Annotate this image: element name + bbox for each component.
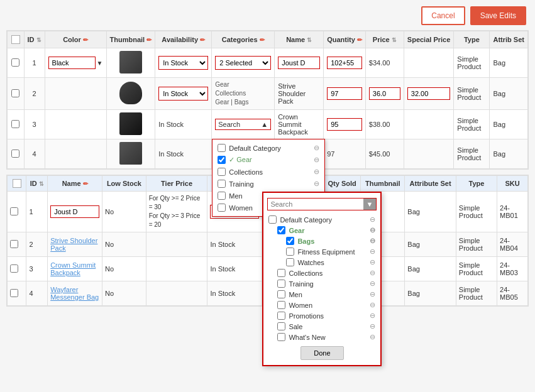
s-cat-men[interactable]: Men ⊖ <box>263 289 380 300</box>
s-name-edit-icon[interactable]: ✏ <box>83 180 88 187</box>
s-r2-name-link[interactable]: Strive Shoulder Pack <box>50 237 97 252</box>
s-r2-checkbox[interactable] <box>10 240 18 248</box>
s-cat-women[interactable]: Women ⊖ <box>263 300 380 310</box>
s-r4-name-link[interactable]: Wayfarer Messenger Bag <box>50 286 99 301</box>
row3-cat-training[interactable]: Training ⊖ <box>212 178 324 190</box>
row3-cat-default-collapse[interactable]: ⊖ <box>314 144 319 152</box>
row1-categories[interactable]: 2 Selected <box>212 48 275 78</box>
categories-edit-icon[interactable]: ✏ <box>260 36 265 43</box>
s-cat-sale[interactable]: Sale ⊖ <box>263 321 380 332</box>
s-cat-default-collapse[interactable]: ⊖ <box>370 215 375 224</box>
s-r2-tier-price <box>146 232 207 257</box>
s-categories-dropdown: ▼ Default Category ⊖ Gear ⊖ <box>262 192 382 366</box>
row1-checkbox[interactable] <box>11 58 19 67</box>
name-sort-icon[interactable]: ⇅ <box>307 37 312 43</box>
price-sort-icon[interactable]: ⇅ <box>392 37 397 43</box>
row4-checkbox[interactable] <box>11 150 19 158</box>
row2-type: Simple Product <box>454 78 490 110</box>
row4-checkbox-cell <box>8 139 25 169</box>
s-r1-checkbox[interactable] <box>10 207 18 215</box>
second-panel: ID ⇅ Name ✏ Low Stock Tier Price Availab <box>6 175 529 307</box>
row2-availability[interactable]: In Stock Out of Stock <box>155 78 212 110</box>
s-cat-bags-collapse[interactable]: ⊖ <box>370 237 375 245</box>
s-cat-bags[interactable]: Bags ⊖ <box>263 236 380 246</box>
row2-special-price <box>404 78 454 110</box>
s-r4-tier-price <box>146 281 207 306</box>
row2-cats-list: GearCollectionsGear | Bags <box>215 80 271 107</box>
s-cat-gear-collapse[interactable]: ⊖ <box>370 226 375 234</box>
s-header-checkbox[interactable] <box>13 179 21 188</box>
s-cat-promotions[interactable]: Promotions ⊖ <box>263 310 380 321</box>
row1-availability-select[interactable]: In Stock Out of Stock <box>158 56 208 70</box>
row1-name-input[interactable] <box>278 57 320 69</box>
thumbnail-edit-icon[interactable]: ✏ <box>146 36 152 43</box>
row3-categories-select-trigger[interactable]: Search ▲ <box>215 119 271 130</box>
s-cat-whats-new[interactable]: What's New ⊖ <box>263 332 380 342</box>
table-row: 1 No For Qty >= 2 Price = 30For Qty >= 3… <box>8 192 528 232</box>
row1-color-input[interactable] <box>48 57 96 69</box>
row3-cat-gear[interactable]: ✓ Gear ⊖ <box>212 154 324 166</box>
s-cat-done-button[interactable]: Done <box>301 346 343 360</box>
col-header-attrib: Attrib Set <box>490 31 528 48</box>
s-cat-collections[interactable]: Collections ⊖ <box>263 268 380 278</box>
s-cat-default[interactable]: Default Category ⊖ <box>263 214 380 225</box>
s-col-type: Type <box>456 176 497 192</box>
row1-availability[interactable]: In Stock Out of Stock <box>155 48 212 78</box>
s-r4-checkbox[interactable] <box>10 289 18 297</box>
row4-attrib: Bag <box>490 139 528 169</box>
s-r3-name-link[interactable]: Crown Summit Backpack <box>50 261 96 276</box>
s-r2-check <box>8 232 26 257</box>
row2-categories: GearCollectionsGear | Bags <box>212 78 275 110</box>
row2-quantity-input[interactable] <box>327 87 362 100</box>
color-edit-icon[interactable]: ✏ <box>83 36 88 43</box>
row3-quantity-input[interactable] <box>327 118 362 131</box>
s-r3-checkbox[interactable] <box>10 264 18 273</box>
s-cat-search-input[interactable] <box>268 199 363 210</box>
row3-cat-gear-collapse[interactable]: ⊖ <box>314 156 319 164</box>
s-r1-categories[interactable]: Search ▲ ▼ Default Category <box>262 192 324 232</box>
col-header-checkbox <box>8 31 25 48</box>
row3-name: Crown Summit Backpack <box>275 110 324 139</box>
header-checkbox-icon[interactable] <box>11 35 20 44</box>
row1-quantity-input[interactable] <box>327 57 362 69</box>
col-header-price: Price ⇅ <box>365 31 404 48</box>
s-cat-search-button[interactable]: ▼ <box>363 199 377 210</box>
row1-thumbnail <box>106 48 155 78</box>
s-cat-fitness[interactable]: Fitness Equipment ⊖ <box>263 246 380 257</box>
availability-edit-icon[interactable]: ✏ <box>200 36 205 43</box>
row3-categories[interactable]: Search ▲ Default Category ⊖ ✓ Gear ⊖ <box>212 110 275 139</box>
id-sort-icon[interactable]: ⇅ <box>36 37 41 43</box>
col-header-type: Type <box>454 31 490 48</box>
s-id-sort[interactable]: ⇅ <box>39 181 44 187</box>
s-r3-sku: 24-MB03 <box>497 257 528 281</box>
s-r1-name-input[interactable] <box>50 205 99 218</box>
s-cat-gear[interactable]: Gear ⊖ <box>263 225 380 236</box>
row4-price: $45.00 <box>365 139 404 169</box>
s-r3-tier-price <box>146 257 207 281</box>
row2-special-price-input[interactable] <box>407 87 451 100</box>
row3-cat-default[interactable]: Default Category ⊖ <box>212 142 324 154</box>
row1-color-dropdown-arrow[interactable]: ▼ <box>97 60 103 67</box>
s-r4-sku: 24-MB05 <box>497 281 528 306</box>
s-r1-low-stock: No <box>102 192 146 232</box>
row2-availability-select[interactable]: In Stock Out of Stock <box>158 87 208 101</box>
save-edits-button[interactable]: Save Edits <box>470 6 526 25</box>
row3-checkbox[interactable] <box>11 120 19 128</box>
s-cat-training[interactable]: Training ⊖ <box>263 278 380 289</box>
row1-id: 1 <box>24 48 45 78</box>
s-cat-watches[interactable]: Watches ⊖ <box>263 257 380 268</box>
row1-name <box>275 48 324 78</box>
row2-price-input[interactable] <box>369 87 400 100</box>
row2-checkbox[interactable] <box>11 89 19 97</box>
s-cat-search-row: ▼ <box>267 198 377 210</box>
row3-cat-collections[interactable]: Collections ⊖ <box>212 166 324 178</box>
cancel-button[interactable]: Cancel <box>421 6 465 25</box>
row1-color[interactable]: ▼ <box>45 48 106 78</box>
row1-categories-select[interactable]: 2 Selected <box>215 56 271 70</box>
quantity-edit-icon[interactable]: ✏ <box>357 36 362 43</box>
s-r1-id: 1 <box>26 192 48 232</box>
main-container: Cancel Save Edits ID ⇅ Color ✏ <box>0 0 535 392</box>
s-col-checkbox <box>8 176 26 192</box>
row3-cat-arrow[interactable]: ▲ <box>261 121 268 128</box>
row2-id: 2 <box>24 78 45 110</box>
